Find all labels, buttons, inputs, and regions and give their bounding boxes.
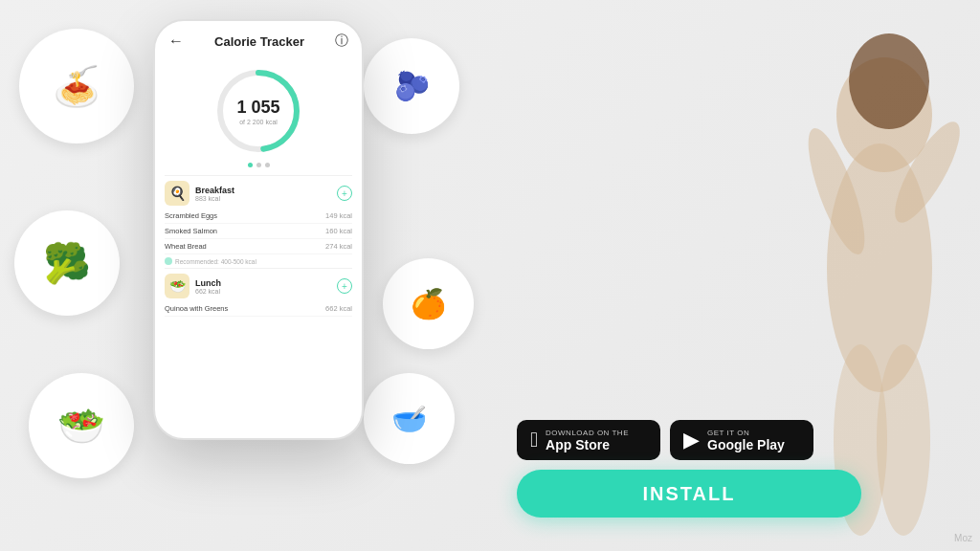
- dot-2: [256, 163, 261, 167]
- bread-kcal: 274 kcal: [325, 242, 352, 251]
- dot-indicator: [248, 163, 270, 167]
- lunch-header: 🥗 Lunch 662 kcal +: [165, 268, 352, 301]
- svg-point-6: [877, 344, 930, 536]
- calories-consumed: 1 055: [236, 98, 279, 118]
- calories-total: of 2 200 kcal: [236, 119, 279, 125]
- food-circle-blueberry: 🫐: [364, 38, 459, 134]
- rec-icon: [165, 257, 172, 265]
- google-play-name: Google Play: [707, 437, 785, 452]
- food-item-bread: Wheat Bread 274 kcal: [165, 239, 352, 254]
- app-store-name: App Store: [546, 437, 629, 452]
- progress-circle: 1 055 of 2 200 kcal: [211, 63, 306, 159]
- add-lunch-button[interactable]: +: [337, 278, 352, 294]
- phone-header: ← Calorie Tracker ⓘ: [155, 21, 362, 55]
- eggs-name: Scrambled Eggs: [165, 211, 217, 220]
- breakfast-info: Breakfast 883 kcal: [195, 186, 234, 202]
- meal-list: 🍳 Breakfast 883 kcal + Scrambled Eggs 14…: [155, 171, 362, 317]
- google-play-top-label: GET IT ON: [707, 429, 785, 437]
- food-circle-fruit: 🍊: [383, 258, 474, 349]
- salmon-kcal: 160 kcal: [325, 227, 352, 235]
- breakfast-header-left: 🍳 Breakfast 883 kcal: [165, 181, 234, 206]
- app-store-top-label: Download on the: [546, 429, 629, 437]
- apple-icon: : [530, 428, 538, 452]
- back-arrow-icon[interactable]: ←: [168, 33, 184, 50]
- food-circle-soup: 🥣: [364, 373, 455, 464]
- app-store-button[interactable]:  Download on the App Store: [517, 420, 660, 460]
- quinoa-kcal: 662 kcal: [325, 304, 352, 313]
- eggs-kcal: 149 kcal: [325, 211, 352, 220]
- google-play-button[interactable]: ▶ GET IT ON Google Play: [670, 420, 813, 460]
- quinoa-name: Quinoa with Greens: [165, 304, 228, 313]
- food-item-eggs: Scrambled Eggs 149 kcal: [165, 209, 352, 224]
- svg-point-1: [849, 33, 929, 129]
- recommended-label: Recommended: 400-500 kcal: [165, 254, 352, 268]
- lunch-header-left: 🥗 Lunch 662 kcal: [165, 274, 221, 298]
- asparagus-icon: 🥦: [43, 244, 91, 282]
- store-buttons-container:  Download on the App Store ▶ GET IT ON …: [517, 420, 813, 460]
- breakfast-icon: 🍳: [165, 181, 189, 206]
- blueberry-icon: 🫐: [394, 72, 430, 100]
- salmon-name: Smoked Salmon: [165, 227, 217, 235]
- lunch-label: Lunch: [195, 278, 221, 288]
- soup-icon: 🥣: [391, 405, 427, 433]
- app-store-text: Download on the App Store: [546, 429, 629, 452]
- lunch-icon: 🥗: [165, 274, 189, 298]
- fruit-icon: 🍊: [411, 290, 446, 319]
- phone-mockup: ← Calorie Tracker ⓘ 1 055 of 2 200 kcal: [153, 19, 364, 440]
- calorie-display: 1 055 of 2 200 kcal: [155, 55, 362, 171]
- dot-1: [248, 163, 253, 167]
- lunch-info: Lunch 662 kcal: [195, 278, 221, 295]
- salad-icon: 🥗: [57, 407, 105, 445]
- phone-screen: ← Calorie Tracker ⓘ 1 055 of 2 200 kcal: [153, 19, 364, 440]
- dot-3: [265, 163, 270, 167]
- bread-name: Wheat Bread: [165, 242, 207, 251]
- food-circle-asparagus: 🥦: [14, 210, 120, 316]
- phone-screen-title: Calorie Tracker: [214, 34, 304, 49]
- install-label: INSTALL: [643, 483, 736, 505]
- breakfast-header: 🍳 Breakfast 883 kcal +: [165, 175, 352, 209]
- food-item-salmon: Smoked Salmon 160 kcal: [165, 224, 352, 239]
- lunch-kcal: 662 kcal: [195, 288, 221, 295]
- google-play-icon: ▶: [683, 428, 700, 452]
- breakfast-label: Breakfast: [195, 186, 234, 195]
- calorie-text: 1 055 of 2 200 kcal: [236, 98, 279, 125]
- woman-image: [674, 0, 980, 551]
- food-circle-pasta: 🍝: [19, 29, 134, 143]
- add-breakfast-button[interactable]: +: [337, 186, 352, 201]
- info-icon[interactable]: ⓘ: [335, 33, 348, 50]
- pasta-icon: 🍝: [53, 67, 100, 105]
- food-circle-salad: 🥗: [29, 373, 134, 478]
- google-play-text: GET IT ON Google Play: [707, 429, 785, 452]
- food-item-quinoa: Quinoa with Greens 662 kcal: [165, 301, 352, 317]
- woman-svg: [674, 0, 980, 551]
- watermark: Moz: [954, 533, 972, 543]
- install-button[interactable]: INSTALL: [517, 470, 861, 518]
- breakfast-kcal: 883 kcal: [195, 195, 234, 202]
